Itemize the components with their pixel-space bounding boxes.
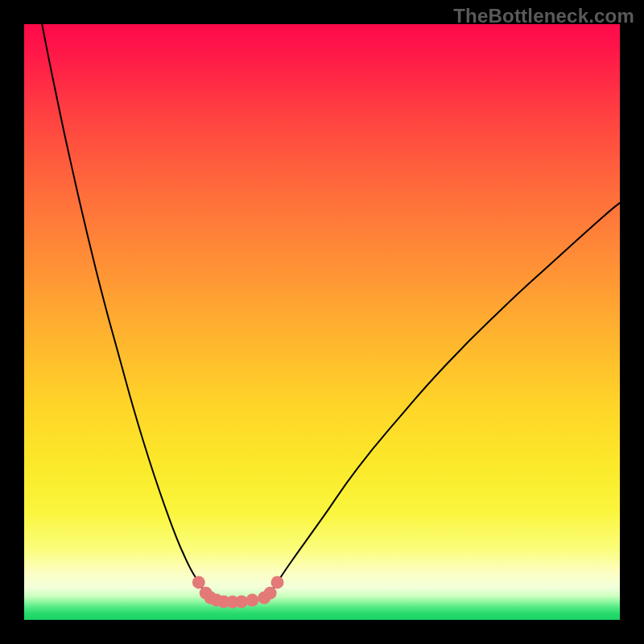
trough-marker (192, 576, 205, 588)
bottleneck-curve (42, 24, 620, 602)
chart-frame: TheBottleneck.com (0, 0, 644, 644)
trough-marker (264, 587, 277, 600)
curve-svg (24, 24, 620, 620)
plot-area (24, 24, 620, 620)
trough-marker (246, 594, 258, 607)
trough-marker (271, 576, 284, 588)
trough-markers (192, 576, 284, 608)
watermark-text: TheBottleneck.com (453, 5, 634, 27)
